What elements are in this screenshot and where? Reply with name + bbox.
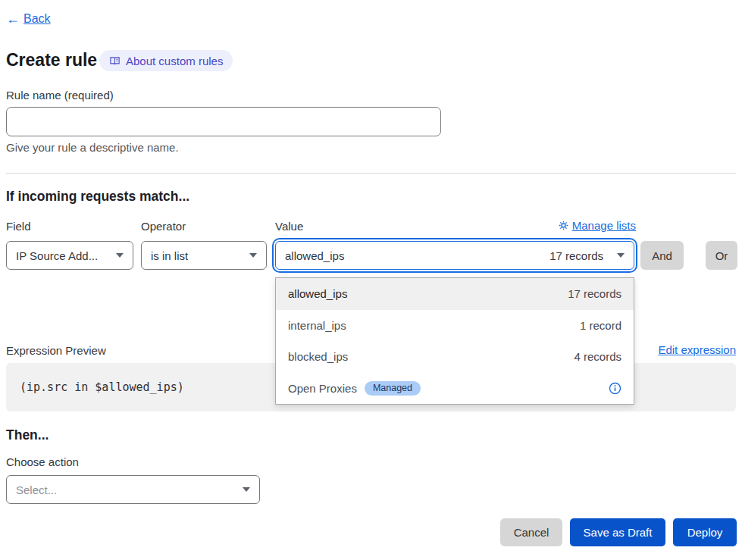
list-option-count: 1 record: [580, 319, 621, 332]
chevron-down-icon: [249, 253, 257, 258]
list-option-internal-ips[interactable]: internal_ips 1 record: [276, 310, 634, 342]
match-section-heading: If incoming requests match...: [6, 189, 189, 205]
manage-lists-label: Manage lists: [572, 219, 636, 232]
back-label: Back: [23, 12, 51, 26]
field-select-value: IP Source Add...: [16, 249, 110, 262]
rule-name-helper: Give your rule a descriptive name.: [6, 141, 179, 154]
deploy-button[interactable]: Deploy: [673, 518, 737, 546]
info-icon[interactable]: [609, 382, 621, 395]
about-custom-rules-label: About custom rules: [126, 55, 223, 67]
manage-lists-link[interactable]: Manage lists: [559, 219, 636, 232]
field-select[interactable]: IP Source Add...: [6, 241, 133, 270]
back-link[interactable]: ← Back: [6, 12, 51, 26]
gear-icon: [559, 221, 568, 230]
action-select[interactable]: Select...: [6, 475, 260, 504]
action-select-placeholder: Select...: [16, 483, 236, 496]
managed-badge: Managed: [365, 381, 421, 396]
value-select-record-count: 17 records: [549, 249, 603, 262]
list-option-name: allowed_ips: [288, 287, 347, 300]
about-custom-rules-link[interactable]: About custom rules: [99, 50, 233, 71]
value-select[interactable]: allowed_ips 17 records: [275, 241, 634, 270]
edit-expression-link[interactable]: Edit expression: [658, 343, 736, 356]
edit-expression-label: Edit expression: [658, 343, 736, 356]
chevron-down-icon: [617, 253, 625, 258]
save-as-draft-button[interactable]: Save as Draft: [570, 518, 665, 546]
list-option-name: Open Proxies: [288, 382, 357, 395]
chevron-down-icon: [116, 253, 124, 258]
expression-code: (ip.src in $allowed_ips): [20, 380, 184, 394]
chevron-down-icon: [243, 487, 250, 492]
list-option-count: 4 records: [574, 350, 621, 363]
rule-name-label: Rule name (required): [6, 89, 114, 102]
cancel-button[interactable]: Cancel: [500, 518, 562, 546]
list-option-count: 17 records: [568, 287, 621, 300]
rule-name-input[interactable]: [6, 107, 441, 136]
expression-preview-label: Expression Preview: [6, 344, 106, 357]
list-option-open-proxies[interactable]: Open Proxies Managed: [276, 373, 634, 405]
field-label: Field: [6, 220, 31, 233]
operator-label: Operator: [141, 220, 186, 233]
left-arrow-icon: ←: [6, 12, 20, 26]
list-option-name: blocked_ips: [288, 350, 348, 363]
section-divider: [6, 173, 736, 174]
list-dropdown-menu: allowed_ips 17 records internal_ips 1 re…: [275, 277, 634, 405]
then-section-heading: Then...: [6, 427, 49, 443]
page-title: Create rule: [6, 50, 97, 70]
value-select-value: allowed_ips: [285, 249, 549, 262]
list-option-allowed-ips[interactable]: allowed_ips 17 records: [276, 278, 634, 310]
operator-select[interactable]: is in list: [141, 241, 267, 270]
book-icon: [109, 55, 121, 67]
or-button[interactable]: Or: [706, 241, 737, 270]
list-option-blocked-ips[interactable]: blocked_ips 4 records: [276, 341, 634, 373]
operator-select-value: is in list: [151, 249, 243, 262]
and-button[interactable]: And: [640, 241, 684, 270]
value-label: Value: [275, 220, 303, 233]
list-option-name: internal_ips: [288, 319, 346, 332]
create-rule-page: ← Back Create rule About custom rules Ru…: [0, 0, 742, 560]
choose-action-label: Choose action: [6, 455, 79, 468]
